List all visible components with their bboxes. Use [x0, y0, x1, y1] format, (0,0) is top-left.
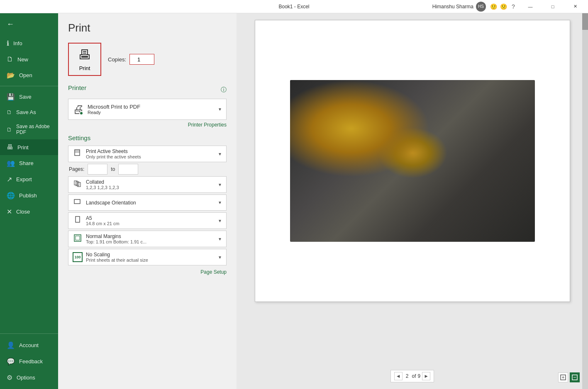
sidebar-item-info[interactable]: ℹ Info — [0, 35, 58, 51]
scaling-icon-box: 100 — [73, 252, 83, 262]
paper-main: A5 — [86, 215, 215, 221]
paper-sub: 14.8 cm x 21 cm — [86, 221, 215, 226]
minimize-button[interactable]: — — [521, 0, 540, 13]
svg-rect-6 — [74, 199, 80, 204]
print-button[interactable]: 🖶 Print — [68, 43, 101, 76]
printer-info: Microsoft Print to PDF Ready — [88, 104, 215, 115]
sidebar-item-export-label: Export — [16, 176, 32, 182]
collated-arrow: ▼ — [218, 182, 222, 187]
active-sheets-main: Print Active Sheets — [86, 148, 215, 154]
info-icon: ℹ — [7, 39, 9, 47]
avatar: HS — [476, 2, 486, 12]
page-of-label: of — [412, 373, 416, 379]
pages-to-input[interactable] — [118, 164, 138, 175]
printer-dropdown[interactable]: 🖨 Microsoft Print to PDF Ready ▼ — [68, 99, 227, 120]
print-title: Print — [68, 22, 227, 34]
settings-section: Settings Print Active Sheets Only print … — [68, 134, 227, 275]
sidebar: ← ℹ Info 🗋 New 📂 Open 💾 Save 🗋 Save — [0, 13, 58, 389]
page-nav: ◄ 2 of 9 ► — [390, 370, 434, 382]
settings-orientation[interactable]: Landscape Orientation ▼ — [68, 194, 227, 211]
sidebar-item-save-adobe[interactable]: 🗋 Save as Adobe PDF — [0, 119, 58, 139]
sidebar-item-export[interactable]: ↗ Export — [0, 171, 58, 187]
orientation-arrow: ▼ — [218, 200, 222, 205]
sidebar-item-publish-label: Publish — [19, 192, 37, 199]
settings-collated[interactable]: Collated 1,2,3 1,2,3 1,2,3 ▼ — [68, 176, 227, 193]
orientation-main: Landscape Orientation — [86, 200, 215, 206]
sidebar-item-feedback-label: Feedback — [19, 358, 43, 365]
share-icon: 👥 — [7, 159, 15, 167]
close-window-button[interactable]: ✕ — [566, 0, 585, 13]
settings-margins[interactable]: Normal Margins Top: 1.91 cm Bottom: 1.91… — [68, 231, 227, 247]
sidebar-item-open[interactable]: 📂 Open — [0, 67, 58, 83]
printer-dropdown-arrow: ▼ — [218, 107, 222, 112]
sidebar-item-print[interactable]: 🖶 Print — [0, 139, 58, 155]
scaling-sub: Print sheets at their actual size — [86, 258, 215, 263]
sidebar-item-new-label: New — [17, 56, 28, 63]
sidebar-item-new[interactable]: 🗋 New — [0, 51, 58, 67]
sidebar-item-info-label: Info — [13, 40, 22, 46]
svg-rect-8 — [74, 235, 81, 241]
settings-section-title: Settings — [68, 134, 227, 141]
orientation-info: Landscape Orientation — [86, 200, 215, 206]
copies-input[interactable] — [129, 54, 154, 65]
prev-page-button[interactable]: ◄ — [394, 372, 403, 380]
page-setup-link[interactable]: Page Setup — [200, 269, 227, 275]
print-panel: Print 🖶 Print Copies: Printer ⓘ — [58, 13, 237, 389]
maximize-button[interactable]: □ — [543, 0, 562, 13]
svg-rect-7 — [76, 216, 80, 222]
pages-label: Pages: — [69, 166, 84, 172]
preview-paper — [255, 20, 570, 302]
settings-scaling[interactable]: 100 No Scaling Print sheets at their act… — [68, 249, 227, 265]
user-info: Himanshu Sharma HS — [432, 2, 486, 12]
printer-properties: Printer Properties — [68, 122, 227, 128]
active-sheets-icon — [73, 149, 83, 159]
active-sheets-arrow: ▼ — [218, 152, 222, 156]
help-icon[interactable]: ? — [509, 2, 517, 11]
orientation-icon — [73, 197, 83, 208]
zoom-page-button[interactable] — [570, 372, 580, 382]
sidebar-item-print-label: Print — [17, 144, 29, 151]
sidebar-item-feedback[interactable]: 💬 Feedback — [0, 353, 58, 370]
smiley-icon[interactable]: 🙂 — [489, 2, 498, 11]
preview-scrollbar[interactable] — [582, 13, 588, 389]
margins-arrow: ▼ — [218, 237, 222, 241]
sidebar-item-publish[interactable]: 🌐 Publish — [0, 187, 58, 204]
pages-row: Pages: to — [68, 164, 227, 175]
sidebar-item-close[interactable]: ✕ Close — [0, 204, 58, 220]
copies-area: Copies: — [108, 54, 154, 65]
sidebar-bottom: 👤 Account 💬 Feedback ⚙ Options — [0, 333, 58, 389]
pages-to-label: to — [111, 166, 115, 172]
next-page-button[interactable]: ► — [422, 372, 430, 380]
frown-icon[interactable]: 🙁 — [499, 2, 507, 11]
printer-status-dot — [79, 111, 83, 115]
account-icon: 👤 — [7, 341, 15, 349]
export-icon: ↗ — [7, 175, 12, 183]
collated-info: Collated 1,2,3 1,2,3 1,2,3 — [86, 179, 215, 190]
sidebar-item-options[interactable]: ⚙ Options — [0, 370, 58, 386]
sidebar-item-save-adobe-label: Save as Adobe PDF — [16, 124, 51, 135]
pages-from-input[interactable] — [88, 164, 107, 175]
fit-page-button[interactable] — [558, 372, 568, 382]
sidebar-item-share[interactable]: 👥 Share — [0, 155, 58, 171]
sidebar-item-share-label: Share — [19, 160, 34, 166]
back-button[interactable]: ← — [0, 13, 58, 35]
back-icon: ← — [7, 20, 14, 29]
settings-paper[interactable]: A5 14.8 cm x 21 cm ▼ — [68, 212, 227, 229]
scaling-main: No Scaling — [86, 252, 215, 258]
printer-section-title: Printer — [68, 84, 86, 91]
sidebar-item-account[interactable]: 👤 Account — [0, 337, 58, 353]
window-title: Book1 - Excel — [278, 4, 309, 10]
margins-sub: Top: 1.91 cm Bottom: 1.91 c... — [86, 239, 215, 244]
close-doc-icon: ✕ — [7, 208, 12, 216]
scaling-info: No Scaling Print sheets at their actual … — [86, 252, 215, 263]
sidebar-item-save-as-label: Save As — [16, 109, 36, 115]
view-controls — [558, 372, 580, 382]
feedback-icon: 💬 — [7, 357, 15, 365]
printer-info-icon[interactable]: ⓘ — [221, 86, 227, 94]
sidebar-item-save[interactable]: 💾 Save — [0, 89, 58, 105]
printer-name: Microsoft Print to PDF — [88, 104, 215, 110]
sidebar-item-save-as[interactable]: 🗋 Save As — [0, 105, 58, 119]
printer-properties-link[interactable]: Printer Properties — [188, 122, 227, 128]
page-setup-area: Page Setup — [68, 269, 227, 275]
settings-active-sheets[interactable]: Print Active Sheets Only print the activ… — [68, 146, 227, 162]
